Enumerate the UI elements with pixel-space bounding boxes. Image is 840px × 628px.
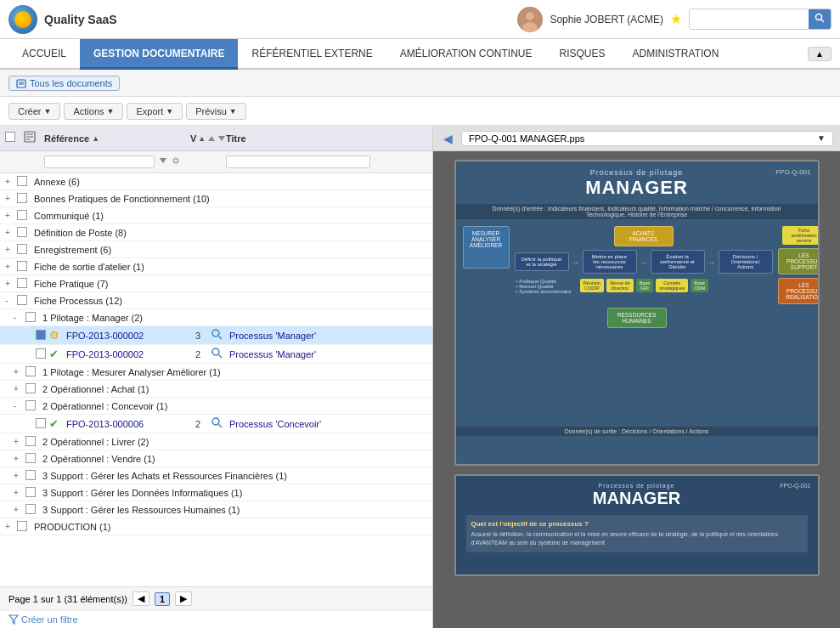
expand-icon: + [14,437,25,446]
item-check [36,348,49,360]
list-item[interactable]: + 2 Opérationnel : Vendre (1) [0,450,432,467]
arrow-2: → [640,257,648,267]
breadcrumb-all-docs[interactable]: Tous les documents [8,76,120,91]
pagination-text: Page 1 sur 1 (31 élément(s)) [8,594,127,604]
doc-reference: FPO-2013-000002 [66,349,185,359]
reference-col-header[interactable]: Référence ▲ [44,133,189,144]
nav-referentiel-externe[interactable]: RÉFÉRENTIEL EXTERNE [238,39,386,70]
check-all-checkbox[interactable] [5,132,15,142]
valid-status-icon: ✔ [49,417,66,430]
create-filter-link[interactable]: Créer un filtre [0,610,432,628]
nav-gestion-documentaire[interactable]: GESTION DOCUMENTAIRE [80,39,238,70]
expand-icon: + [5,228,17,237]
realisation-box: LESPROCESSUSREALISATION [778,278,820,304]
list-item[interactable]: + 2 Opérationnel : Livrer (2) [0,433,432,450]
doc-version: 2 [185,349,211,359]
search-doc-icon[interactable] [211,416,229,431]
list-item[interactable]: ⚙ FPO-2013-000002 3 Processus 'Manager' [0,326,432,345]
nav-collapse-button[interactable]: ▲ [808,47,832,61]
list-item[interactable]: + PRODUCTION (1) [0,518,432,535]
tree-list[interactable]: + Annexe (6) + Bonnes Pratiques de Fonct… [0,173,432,586]
nav-amelioration-continue[interactable]: AMÉLIORATION CONTINUE [386,39,546,70]
right-panel: ◀ FPO-Q-001 MANAGER.pps ▼ Processus de p… [433,126,840,628]
category-label: 1 Pilotage : Manager (2) [39,313,427,323]
list-item[interactable]: + Annexe (6) [0,173,432,190]
category-label: Annexe (6) [31,177,427,187]
header-right: Sophie JOBERT (ACME) ★ [517,7,832,32]
sticky-3: BaseGRI [636,279,654,292]
page-next-button[interactable]: ▶ [175,591,192,606]
preview-filename-label: FPO-Q-001 MANAGER.pps [469,133,584,144]
title-filter-input[interactable] [226,156,370,168]
list-item[interactable]: - 1 Pilotage : Manager (2) [0,309,432,326]
export-button[interactable]: Export ▼ [127,103,183,120]
page-prev-button[interactable]: ◀ [132,591,149,606]
list-item[interactable]: + Fiche Pratique (7) [0,275,432,292]
doc-reference: FPO-2013-000006 [66,419,185,429]
svg-marker-13 [218,136,225,141]
category-label: Fiche Processus (12) [31,296,427,306]
list-item[interactable]: + Enregistrement (6) [0,241,432,258]
doc-title: Processus 'Manager' [229,331,427,341]
search-button[interactable] [809,9,831,29]
favorite-icon[interactable]: ★ [670,11,682,27]
list-item[interactable]: - Fiche Processus (12) [0,292,432,309]
preview-back-button[interactable]: ◀ [440,132,456,145]
nav-bar: ACCUEIL GESTION DOCUMENTAIRE RÉFÉRENTIEL… [0,39,840,70]
list-item[interactable]: + 1 Pilotage : Mesurer Analyser Améliore… [0,364,432,381]
search-doc-icon[interactable] [211,347,229,361]
list-item[interactable]: + Définition de Poste (8) [0,224,432,241]
category-label: 3 Support : Gérer les Ressources Humaine… [39,505,427,515]
support-box: LESPROCESSUSSUPPORT [778,248,820,274]
item-check [25,383,39,395]
create-button[interactable]: Créer ▼ [8,103,60,120]
list-item[interactable]: + Fiche de sortie d'atelier (1) [0,258,432,275]
reference-filter-container [44,156,189,168]
list-item[interactable]: ✔ FPO-2013-000002 2 Processus 'Manager' [0,345,432,364]
version-col-header[interactable]: V ▲ [190,133,224,144]
doc-version: 2 [185,419,211,429]
reference-filter-input[interactable] [44,156,155,168]
list-item[interactable]: + 3 Support : Gérer les Ressources Humai… [0,501,432,518]
preview-dropdown-arrow[interactable]: ▼ [817,133,826,143]
create-filter-label: Créer un filtre [21,614,78,625]
list-item[interactable]: + 3 Support : Gérer les Données Informat… [0,484,432,501]
nav-risques[interactable]: RISQUES [546,39,619,70]
expand-icon: + [5,262,17,271]
expand-icon: + [5,194,17,203]
actions-button[interactable]: Actions ▼ [64,103,123,120]
expand-icon: + [14,471,25,480]
preview-content[interactable]: Processus de pilotage MANAGER FPO-Q-001 … [433,151,840,628]
expand-icon: + [14,505,25,514]
app-name: Quality SaaS [44,13,117,26]
item-check [17,176,31,188]
slide-2-question: Quel est l'objectif de ce processus ? [471,520,803,528]
expand-icon: - [5,296,17,305]
expand-icon: + [5,522,17,531]
reference-sort-arrow: ▲ [92,134,99,143]
list-item[interactable]: + 2 Opérationnel : Achat (1) [0,381,432,398]
category-label: Bonnes Pratiques de Fonctionnement (10) [31,194,427,204]
preview-button[interactable]: Prévisu ▼ [186,103,246,120]
sticky-2: Revue dedirection [606,279,634,292]
actions-dropdown-arrow: ▼ [107,107,115,116]
slide-1-preview: Processus de pilotage MANAGER FPO-Q-001 … [454,160,820,466]
slide-1-ref: FPO-Q-001 [775,168,810,176]
expand-icon: + [14,384,25,393]
bullets-list: • Politique Qualité• Manuel Qualité• Sys… [515,279,572,294]
nav-accueil[interactable]: ACCUEIL [8,39,80,70]
svg-point-20 [212,348,219,355]
list-item[interactable]: + Communiqué (1) [0,207,432,224]
list-item[interactable]: ✔ FPO-2013-000006 2 Processus 'Concevoir… [0,415,432,433]
expand-icon: - [14,313,25,322]
nav-administration[interactable]: ADMINISTRATION [619,39,733,70]
expand-icon: - [14,401,25,410]
list-item[interactable]: + Bonnes Pratiques de Fonctionnement (10… [0,190,432,207]
category-label: PRODUCTION (1) [31,522,427,532]
svg-point-1 [526,12,534,20]
list-item[interactable]: - 2 Opérationnel : Concevoir (1) [0,398,432,415]
breadcrumb-label: Tous les documents [30,78,112,88]
search-input[interactable] [690,11,809,28]
search-doc-icon[interactable] [211,328,229,342]
list-item[interactable]: + 3 Support : Gérer les Achats et Ressou… [0,467,432,484]
